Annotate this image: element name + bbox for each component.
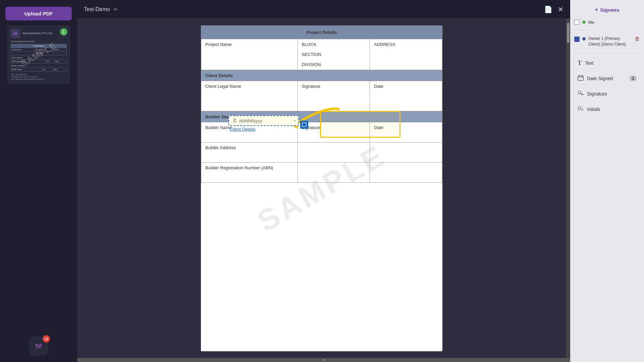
initials-field-type[interactable]: I Initials — [574, 103, 640, 116]
thumb-builder-table: Builder Name Sig Date — [11, 67, 67, 71]
client-signature-cell: Signature — [298, 81, 370, 111]
thumb-client-table: Client Legal Name Sig Date — [11, 59, 67, 63]
panel-divider-2 — [574, 53, 640, 53]
me-signee-name: Me — [588, 20, 594, 25]
builder-date-cell: Date — [370, 122, 442, 142]
client-date-cell: Date — [370, 81, 442, 111]
document-properties-icon[interactable]: 📄 — [544, 5, 552, 13]
text-field-label: Text — [585, 60, 594, 66]
owner-color-box — [574, 37, 580, 42]
document-thumbnail[interactable]: 1 M BUILDMACRO PTY LTD Client Agreement … — [8, 26, 70, 83]
me-signee-item[interactable]: Me — [574, 18, 640, 26]
owner-signee-name: Owner 1 (Primary Client) (Demo Client) — [588, 36, 632, 47]
signature-field-icon — [578, 90, 584, 98]
mailer-notification-badge: 12 — [43, 335, 50, 343]
floating-date-field[interactable]: 🗓 dd/MM/yyyy × Client Details — [228, 115, 299, 132]
panel-divider — [574, 30, 640, 31]
mailer-app-icon[interactable]: 12 — [29, 337, 48, 355]
date-placeholder-text: dd/MM/yyyy — [239, 118, 262, 123]
close-field-button[interactable]: × — [293, 118, 296, 123]
svg-point-5 — [578, 106, 581, 109]
date-signed-field-type[interactable]: Date Signed 1 — [574, 72, 640, 85]
scroll-bottom-bar[interactable]: ▼ — [77, 358, 570, 362]
scroll-thumb[interactable] — [567, 23, 570, 43]
owner-signee-item[interactable]: Owner 1 (Primary Client) (Demo Client) 🗑 — [574, 35, 640, 49]
client-details-header: Client Details — [201, 70, 442, 81]
signees-label: Signees — [600, 7, 620, 13]
add-signee-icon: + — [595, 7, 598, 13]
upload-pdf-button[interactable]: Upload PDF — [5, 7, 72, 20]
scroll-arrow-down-icon: ▼ — [322, 358, 325, 362]
client-details-table: Client Details Client Legal Name Signatu… — [201, 70, 442, 111]
svg-point-4 — [578, 91, 581, 94]
document-title: Test-Demo — [84, 6, 110, 12]
block-section-cell: BLOCK SECTION DIVISION — [298, 39, 370, 70]
text-field-type[interactable]: T Text — [574, 57, 640, 69]
company-name: BUILDMACRO PTY LTD — [23, 32, 52, 35]
thumb-table: Project Details Project Name BLOCK ADDR … — [11, 44, 67, 55]
text-field-icon: T — [578, 60, 582, 67]
date-signed-count: 1 — [630, 76, 637, 81]
signature-field-type[interactable]: Signature — [574, 87, 640, 100]
thumb-builder-section: Builder Details — [11, 65, 67, 67]
scroll-bar[interactable] — [566, 19, 570, 358]
signature-field-label: Signature — [587, 91, 607, 97]
svg-rect-3 — [578, 76, 583, 80]
edit-title-icon[interactable]: ✏ — [114, 7, 118, 12]
signees-header[interactable]: + Signees — [574, 4, 640, 15]
thumb-client-section: Client Details — [11, 57, 67, 59]
thumbnail-page-badge: 1 — [60, 28, 67, 36]
address-cell: ADDRESS — [370, 39, 442, 70]
project-details-header: Project Details — [201, 26, 442, 39]
project-details-table: Project Details Project Name BLOCK SECTI… — [201, 25, 442, 70]
pdf-main-scroll[interactable]: SAMPLE Project Details Project Name BLOC… — [77, 19, 566, 358]
initials-field-label: Initials — [587, 107, 600, 112]
field-drag-handle[interactable] — [300, 121, 308, 129]
svg-rect-1 — [302, 123, 306, 127]
content-header: Test-Demo ✏ 📄 ✕ — [77, 0, 570, 19]
builder-address-cell: Builder Address — [201, 142, 298, 163]
thumb-terms: Terms and Conditions• The agreement sets… — [11, 73, 67, 80]
builder-reg-cell: Builder Registration Number (ABN) — [201, 163, 298, 183]
date-field-icon: 🗓 — [232, 118, 237, 123]
initials-field-icon: I — [578, 106, 584, 113]
owner-dot — [582, 37, 586, 41]
field-label: Client Details — [228, 127, 299, 132]
me-dot — [582, 20, 586, 24]
client-legal-name-cell: Client Legal Name — [201, 81, 298, 111]
right-panel: + Signees Me Owner 1 (Primary Client) (D… — [570, 0, 644, 362]
left-sidebar: Upload PDF 1 M BUILDMACRO PTY LTD Client… — [0, 0, 77, 362]
svg-text:I: I — [581, 109, 582, 111]
delete-owner-button[interactable]: 🗑 — [635, 36, 640, 42]
pdf-scroll-wrapper: SAMPLE Project Details Project Name BLOC… — [77, 19, 570, 358]
company-logo-icon: M — [11, 29, 20, 38]
close-button[interactable]: ✕ — [558, 5, 564, 13]
date-signed-icon — [578, 75, 584, 82]
date-signed-field-label: Date Signed — [587, 76, 613, 81]
content-area: Test-Demo ✏ 📄 ✕ SAMPLE Project Details — [77, 0, 570, 362]
project-name-cell: Project Name — [201, 39, 298, 70]
pdf-page: SAMPLE Project Details Project Name BLOC… — [201, 25, 442, 351]
sidebar-bottom: 12 — [29, 337, 48, 355]
doc-title-thumb: Client Agreement Form — [11, 40, 67, 43]
me-checkbox[interactable] — [574, 19, 580, 25]
builder-signature-cell: Signature — [298, 122, 370, 142]
